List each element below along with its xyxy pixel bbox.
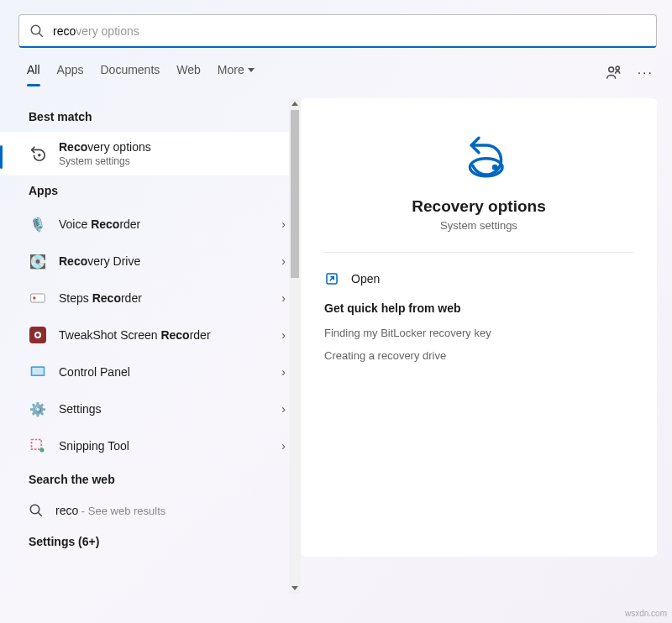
tweakshot-icon: [29, 326, 47, 344]
search-icon: [29, 24, 45, 39]
section-settings[interactable]: Settings (6+): [0, 526, 301, 557]
help-header: Get quick help from web: [324, 301, 633, 315]
svg-line-1: [39, 33, 43, 37]
search-icon: [29, 503, 44, 518]
mic-icon: 🎙️: [29, 215, 47, 233]
filter-tabs: All Apps Documents Web More ···: [27, 63, 654, 83]
chevron-right-icon: ›: [281, 291, 286, 305]
app-recovery-drive[interactable]: 💽 Recovery Drive ›: [0, 243, 301, 280]
chevron-down-icon: [248, 68, 255, 72]
section-apps: Apps: [0, 175, 301, 206]
section-search-web: Search the web: [0, 464, 301, 495]
app-settings[interactable]: ⚙️ Settings ›: [0, 390, 301, 427]
search-bar[interactable]: recovery options: [18, 14, 657, 48]
svg-rect-9: [32, 440, 42, 450]
section-best-match: Best match: [0, 102, 301, 132]
divider: [324, 252, 633, 253]
chevron-right-icon: ›: [281, 217, 286, 231]
app-control-panel[interactable]: Control Panel ›: [0, 353, 301, 390]
tab-apps[interactable]: Apps: [57, 63, 84, 83]
gear-icon: ⚙️: [29, 400, 47, 418]
preview-title: Recovery options: [412, 197, 545, 216]
results-pane: Best match Recovery options System setti…: [0, 98, 301, 557]
watermark: wsxdn.com: [625, 609, 667, 618]
chevron-right-icon: ›: [281, 402, 286, 416]
tab-more[interactable]: More: [218, 63, 255, 83]
drive-icon: 💽: [29, 252, 47, 270]
app-voice-recorder[interactable]: 🎙️ Voice Recorder ›: [0, 206, 301, 243]
help-link-bitlocker[interactable]: Finding my BitLocker recovery key: [324, 327, 633, 339]
app-tweakshot[interactable]: TweakShot Screen Recorder ›: [0, 317, 301, 353]
svg-point-6: [33, 296, 35, 299]
svg-point-3: [616, 66, 619, 70]
tab-all[interactable]: All: [27, 63, 40, 83]
svg-point-10: [40, 448, 45, 453]
open-icon: [324, 271, 339, 286]
snipping-icon: [29, 437, 47, 455]
more-icon[interactable]: ···: [638, 65, 654, 81]
chevron-right-icon: ›: [281, 328, 286, 342]
preview-pane: Recovery options System settings Open Ge…: [301, 98, 657, 557]
scroll-up-icon[interactable]: [291, 102, 298, 106]
tab-documents[interactable]: Documents: [100, 63, 160, 83]
control-panel-icon: [29, 363, 47, 381]
svg-point-14: [494, 166, 497, 170]
app-steps-recorder[interactable]: Steps Recorder ›: [0, 280, 301, 317]
scroll-down-icon[interactable]: [291, 586, 298, 590]
search-input[interactable]: recovery options: [53, 24, 646, 38]
svg-point-2: [608, 67, 613, 72]
best-match-title: Recovery options: [59, 140, 151, 154]
svg-point-0: [31, 25, 40, 34]
recovery-icon: [29, 144, 47, 163]
chevron-right-icon: ›: [281, 254, 286, 268]
svg-point-11: [30, 505, 39, 514]
app-snipping-tool[interactable]: Snipping Tool ›: [0, 427, 301, 464]
best-match-subtitle: System settings: [59, 155, 151, 167]
tab-web[interactable]: Web: [176, 63, 201, 83]
svg-rect-8: [32, 368, 43, 374]
svg-point-4: [39, 154, 40, 156]
scrollbar[interactable]: [289, 98, 301, 594]
account-icon[interactable]: [606, 65, 622, 81]
help-link-recovery-drive[interactable]: Creating a recovery drive: [324, 349, 633, 362]
open-button[interactable]: Open: [324, 268, 633, 301]
web-result[interactable]: reco - See web results: [0, 495, 301, 526]
scrollbar-thumb[interactable]: [291, 110, 299, 278]
steps-icon: [29, 289, 47, 307]
chevron-right-icon: ›: [281, 439, 286, 453]
recovery-large-icon: [449, 132, 508, 182]
chevron-right-icon: ›: [281, 365, 286, 379]
svg-line-12: [38, 512, 42, 516]
preview-subtitle: System settings: [440, 219, 517, 232]
best-match-result[interactable]: Recovery options System settings: [0, 132, 289, 175]
